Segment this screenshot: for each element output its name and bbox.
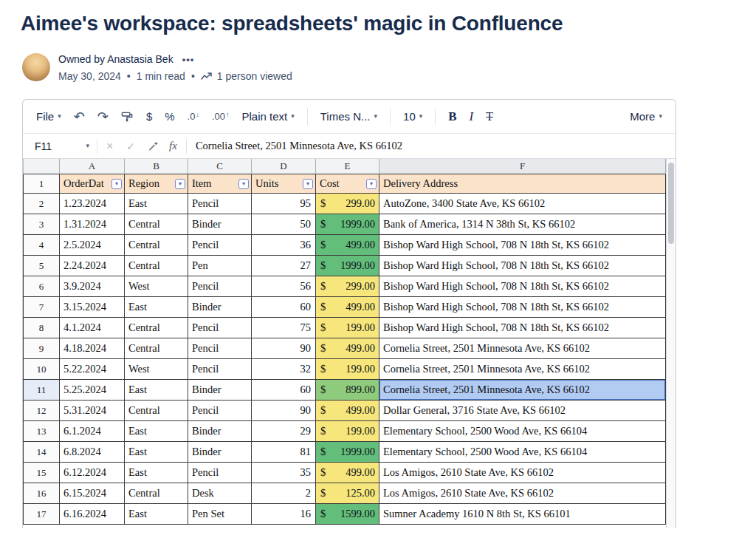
row-header-8[interactable]: 8 — [23, 318, 60, 338]
cell-D14[interactable]: 81 — [252, 442, 316, 463]
confirm-edit-icon[interactable]: ✓ — [126, 140, 135, 152]
cell-B13[interactable]: East — [125, 421, 188, 442]
paint-format-icon[interactable] — [121, 111, 134, 123]
cell-C8[interactable]: Pencil — [188, 318, 252, 338]
row-header-6[interactable]: 6 — [23, 276, 60, 297]
row-header-14[interactable]: 14 — [23, 442, 60, 463]
cell-F9[interactable]: Cornelia Street, 2501 Minnesota Ave, KS … — [379, 338, 666, 359]
font-size-dropdown[interactable]: 10 ▾ — [403, 110, 422, 123]
row-header-16[interactable]: 16 — [23, 483, 60, 504]
cell-F11[interactable]: Cornelia Street, 2501 Minnesota Ave, KS … — [379, 380, 666, 401]
cell-F3[interactable]: Bank of America, 1314 N 38th St, KS 6610… — [379, 214, 666, 235]
row-header-12[interactable]: 12 — [23, 401, 60, 421]
row-header-7[interactable]: 7 — [23, 297, 60, 318]
undo-icon[interactable]: ↶ — [74, 110, 85, 123]
cell-A9[interactable]: 4.18.2024 — [60, 338, 125, 359]
cell-C17[interactable]: Pen Set — [188, 504, 252, 525]
header-cell-C1[interactable]: Item▾ — [188, 174, 252, 194]
formula-input[interactable]: Cornelia Street, 2501 Minnesota Ave, KS … — [196, 140, 402, 152]
cell-A16[interactable]: 6.15.2024 — [60, 483, 125, 504]
cell-B9[interactable]: Central — [125, 338, 188, 359]
cell-D3[interactable]: 50 — [252, 214, 316, 235]
cell-D2[interactable]: 95 — [252, 194, 316, 214]
cell-E16[interactable]: $125.00 — [316, 483, 379, 504]
cell-E5[interactable]: $1999.00 — [316, 256, 379, 276]
cell-D16[interactable]: 2 — [252, 483, 316, 504]
vertical-scrollbar[interactable] — [666, 159, 676, 528]
cell-A5[interactable]: 2.24.2024 — [60, 256, 125, 276]
file-menu-button[interactable]: File ▾ — [36, 110, 61, 123]
cell-A10[interactable]: 5.22.2024 — [60, 359, 125, 380]
cell-E15[interactable]: $499.00 — [316, 463, 379, 483]
cell-B6[interactable]: West — [125, 276, 188, 297]
row-header-9[interactable]: 9 — [23, 338, 60, 359]
row-header-4[interactable]: 4 — [23, 235, 60, 256]
cell-C10[interactable]: Pencil — [188, 359, 252, 380]
cell-C16[interactable]: Desk — [188, 483, 252, 504]
redo-icon[interactable]: ↷ — [97, 110, 109, 123]
cell-A14[interactable]: 6.8.2024 — [60, 442, 125, 463]
cell-D5[interactable]: 27 — [252, 256, 316, 276]
cell-E14[interactable]: $1999.00 — [316, 442, 379, 463]
cell-C2[interactable]: Pencil — [188, 194, 252, 214]
cell-C9[interactable]: Pencil — [188, 338, 252, 359]
cell-F8[interactable]: Bishop Ward High School, 708 N 18th St, … — [379, 318, 666, 338]
cell-C7[interactable]: Binder — [188, 297, 252, 318]
column-header-D[interactable]: D — [252, 159, 316, 174]
cell-A7[interactable]: 3.15.2024 — [60, 297, 125, 318]
cell-D11[interactable]: 60 — [252, 380, 316, 401]
cell-A17[interactable]: 6.16.2024 — [60, 504, 125, 525]
cell-D4[interactable]: 36 — [252, 235, 316, 256]
cell-B11[interactable]: East — [125, 380, 188, 401]
views-analytics[interactable]: 1 person viewed — [201, 70, 292, 82]
cell-C13[interactable]: Binder — [188, 421, 252, 442]
cell-C3[interactable]: Binder — [188, 214, 252, 235]
cell-E2[interactable]: $299.00 — [316, 194, 379, 214]
row-header-5[interactable]: 5 — [23, 256, 60, 276]
cell-E9[interactable]: $499.00 — [316, 338, 379, 359]
cell-E3[interactable]: $1999.00 — [316, 214, 379, 235]
cell-B12[interactable]: Central — [125, 401, 188, 421]
cell-F14[interactable]: Elementary School, 2500 Wood Ave, KS 661… — [379, 442, 666, 463]
row-header-3[interactable]: 3 — [23, 214, 60, 235]
cell-F7[interactable]: Bishop Ward High School, 708 N 18th St, … — [379, 297, 666, 318]
row-header-11[interactable]: 11 — [23, 380, 60, 401]
header-cell-E1[interactable]: Cost▾ — [316, 174, 379, 194]
cell-C4[interactable]: Pencil — [188, 235, 252, 256]
cell-E11[interactable]: $899.00 — [316, 380, 379, 401]
cell-A6[interactable]: 3.9.2024 — [60, 276, 125, 297]
cell-F12[interactable]: Dollar General, 3716 State Ave, KS 66102 — [379, 401, 666, 421]
cell-F4[interactable]: Bishop Ward High School, 708 N 18th St, … — [379, 235, 666, 256]
cell-A15[interactable]: 6.12.2024 — [60, 463, 125, 483]
cell-reference-box[interactable]: F11 ▾ — [23, 134, 97, 158]
cell-D10[interactable]: 32 — [252, 359, 316, 380]
row-header-13[interactable]: 13 — [23, 421, 60, 442]
percent-format-button[interactable]: % — [165, 110, 174, 123]
cancel-edit-icon[interactable]: × — [106, 140, 113, 153]
cell-E17[interactable]: $1599.00 — [316, 504, 379, 525]
row-header-15[interactable]: 15 — [23, 463, 60, 483]
filter-button[interactable]: ▾ — [303, 179, 313, 189]
cell-C6[interactable]: Pencil — [188, 276, 252, 297]
row-header-17[interactable]: 17 — [23, 504, 60, 525]
header-cell-A1[interactable]: OrderDat▾ — [60, 174, 125, 194]
select-all-corner[interactable] — [23, 159, 60, 174]
header-cell-F1[interactable]: Delivery Address — [379, 174, 666, 194]
row-header-2[interactable]: 2 — [23, 194, 60, 214]
cell-F17[interactable]: Sumner Academy 1610 N 8th St, KS 66101 — [379, 504, 666, 525]
cell-D17[interactable]: 16 — [252, 504, 316, 525]
cell-F2[interactable]: AutoZone, 3400 State Ave, KS 66102 — [379, 194, 666, 214]
cell-D12[interactable]: 90 — [252, 401, 316, 421]
filter-button[interactable]: ▾ — [238, 179, 249, 189]
cell-B4[interactable]: Central — [125, 235, 188, 256]
cell-B10[interactable]: West — [125, 359, 188, 380]
cell-B14[interactable]: East — [125, 442, 188, 463]
cell-A13[interactable]: 6.1.2024 — [60, 421, 125, 442]
cell-E6[interactable]: $299.00 — [316, 276, 379, 297]
filter-button[interactable]: ▾ — [175, 179, 185, 189]
more-options-icon[interactable]: ••• — [182, 54, 195, 65]
cell-D6[interactable]: 56 — [252, 276, 316, 297]
magic-wand-icon[interactable] — [148, 140, 159, 151]
cell-B8[interactable]: Central — [125, 318, 188, 338]
cell-B15[interactable]: East — [125, 463, 188, 483]
